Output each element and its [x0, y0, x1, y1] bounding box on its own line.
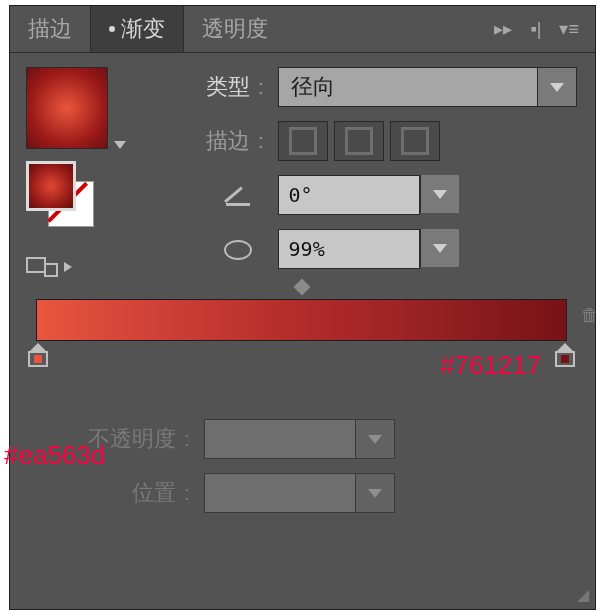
ratio-label: [158, 238, 250, 260]
angle-icon: [226, 185, 250, 206]
swap-icons[interactable]: [26, 257, 136, 277]
stroke-align-buttons: [278, 121, 440, 161]
colon: :: [184, 482, 190, 505]
rect-icon-small: [44, 263, 58, 277]
gradient-stop-end[interactable]: [555, 343, 575, 367]
type-value: 径向: [279, 72, 537, 102]
chevron-down-icon: [550, 83, 564, 92]
gradient-preview-swatch[interactable]: [26, 67, 108, 149]
colon: :: [258, 76, 264, 99]
position-label: 位置: [36, 478, 176, 508]
chevron-down-icon: [433, 190, 447, 199]
type-row: 类型 : 径向: [158, 67, 577, 107]
fill-swatch[interactable]: [26, 161, 76, 211]
gradient-stop-start[interactable]: [28, 343, 48, 367]
fill-stroke-swatches: [26, 161, 96, 221]
ratio-input[interactable]: 99%: [278, 229, 420, 269]
midpoint-diamond-icon[interactable]: [293, 279, 310, 296]
dot-icon: [109, 26, 115, 32]
gradient-editor: 🗑: [36, 299, 567, 341]
tab-transparency[interactable]: 透明度: [184, 6, 286, 52]
form-column: 类型 : 径向 描边 :: [158, 67, 577, 269]
resize-grip-icon[interactable]: ◢: [577, 585, 589, 604]
stroke-align-1[interactable]: [278, 121, 328, 161]
stroke-row: 描边 :: [158, 121, 577, 161]
rect-icon: [26, 257, 46, 273]
swatch-dropdown-icon[interactable]: [114, 141, 126, 149]
tab-stroke-label: 描边: [28, 14, 72, 44]
arrow-right-icon: [64, 262, 72, 272]
bottom-fields: 不透明度 : 位置 :: [36, 419, 567, 513]
tab-gradient-label: 渐变: [121, 14, 165, 44]
position-row: 位置 :: [36, 473, 567, 513]
tab-stroke[interactable]: 描边: [10, 6, 90, 52]
stroke-align-2[interactable]: [334, 121, 384, 161]
chevron-down-icon: [433, 244, 447, 253]
position-input: [204, 473, 356, 513]
gradient-bar[interactable]: [36, 299, 567, 341]
opacity-dropdown: [356, 419, 395, 459]
angle-label: [158, 185, 250, 206]
tab-gradient[interactable]: 渐变: [90, 6, 184, 52]
type-select[interactable]: 径向: [278, 67, 577, 107]
position-dropdown: [356, 473, 395, 513]
panel-controls: ▸▸ ▪| ▾≡: [494, 6, 595, 52]
ratio-input-group: 99%: [278, 229, 459, 269]
type-label: 类型: [158, 72, 250, 102]
tab-transparency-label: 透明度: [202, 14, 268, 44]
stage: 描边 渐变 透明度 ▸▸ ▪| ▾≡: [0, 0, 600, 613]
panel-body: 类型 : 径向 描边 :: [10, 53, 595, 610]
ratio-dropdown[interactable]: [420, 229, 459, 267]
opacity-label: 不透明度: [36, 424, 176, 454]
delete-stop-icon[interactable]: 🗑: [581, 305, 599, 326]
opacity-input: [204, 419, 356, 459]
type-select-button[interactable]: [537, 68, 576, 106]
colon: :: [184, 428, 190, 451]
angle-dropdown[interactable]: [420, 175, 459, 213]
chevron-down-icon: [368, 435, 382, 444]
stroke-label: 描边: [158, 126, 250, 156]
angle-input[interactable]: 0°: [278, 175, 420, 215]
gradient-panel: 描边 渐变 透明度 ▸▸ ▪| ▾≡: [9, 5, 596, 610]
angle-input-group: 0°: [278, 175, 459, 215]
chevron-down-icon: [368, 489, 382, 498]
tab-bar: 描边 渐变 透明度 ▸▸ ▪| ▾≡: [10, 6, 595, 53]
angle-row: : 0°: [158, 175, 577, 215]
aspect-ratio-icon: [222, 238, 250, 260]
ratio-row: : 99%: [158, 229, 577, 269]
colon: :: [258, 130, 264, 153]
stroke-align-3[interactable]: [390, 121, 440, 161]
panel-menu-icon[interactable]: ▾≡: [559, 18, 579, 40]
fast-forward-icon[interactable]: ▸▸: [494, 18, 512, 40]
collapse-icon[interactable]: ▪|: [530, 19, 541, 40]
swatch-column: [26, 67, 136, 277]
opacity-row: 不透明度 :: [36, 419, 567, 459]
